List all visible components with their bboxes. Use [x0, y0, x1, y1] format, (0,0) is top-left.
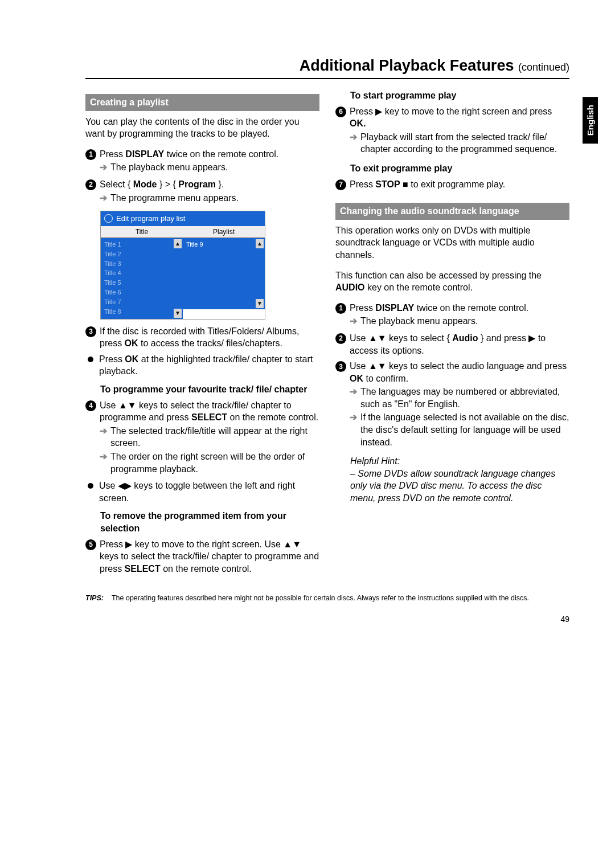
hint-head: Helpful Hint: [335, 455, 569, 468]
section-header-playlist: Creating a playlist [85, 94, 319, 111]
right-arrow-icon: ➔ [100, 425, 107, 449]
page-title: Additional Playback Features (continued) [85, 57, 569, 75]
subhead-programme-fav: To programme your favourite track/ file/… [85, 383, 319, 396]
rstep-1-body: Press DISPLAY twice on the remote contro… [350, 302, 569, 329]
scroll-up-icon: ▲ [256, 239, 264, 248]
right-arrow-icon: ➔ [350, 386, 357, 410]
step-badge-2b: 2 [335, 333, 346, 344]
step-badge-3b: 3 [335, 361, 346, 372]
scroll-up-icon: ▲ [174, 239, 182, 248]
page-title-main: Additional Playback Features [300, 57, 514, 74]
figure-col-title-head: Title [101, 226, 183, 238]
step-3-body: If the disc is recorded with Titles/Fold… [100, 325, 319, 350]
step-4-body: Use ▲▼ keys to select the track/file/ ch… [100, 399, 319, 477]
subhead-exit-programme: To exit programme play [335, 162, 569, 175]
step-badge-7: 7 [335, 179, 346, 190]
right-arrow-icon: ➔ [100, 192, 107, 204]
tips-body: The operating features described here mi… [112, 594, 529, 602]
step-badge-3: 3 [85, 326, 96, 337]
section-header-audio-lang: Changing the audio soundtrack language [335, 203, 569, 220]
disc-icon [104, 214, 113, 223]
audio-para-b: This function can also be accessed by pr… [335, 269, 569, 294]
figure-title-list: ▲ Title 1 Title 2 Title 3 Title 4 Title … [101, 238, 183, 319]
step-5-body: Press ▶ key to move to the right screen.… [100, 538, 319, 575]
step-badge-6: 6 [335, 107, 346, 117]
bullet-icon [88, 357, 93, 362]
right-arrow-icon: ➔ [350, 131, 357, 155]
page-number: 49 [85, 615, 569, 624]
step-7-body: Press STOP ■ to exit programme play. [350, 178, 569, 191]
rstep-2-body: Use ▲▼ keys to select { Audio } and pres… [350, 332, 569, 357]
step-2-body: Select { Mode } > { Program }. ➔The prog… [100, 178, 319, 205]
figure-col-playlist-head: Playlist [183, 226, 265, 238]
rstep-3-body: Use ▲▼ keys to select the audio language… [350, 360, 569, 449]
subhead-start-programme: To start programme play [335, 89, 569, 102]
right-arrow-icon: ➔ [100, 451, 107, 475]
bullet-b-body: Use ◀▶ keys to toggle between the left a… [99, 480, 319, 504]
edit-program-figure: Edit program play list Title ▲ Title 1 T… [100, 211, 265, 319]
step-badge-4: 4 [85, 400, 96, 411]
right-arrow-icon: ➔ [350, 315, 357, 327]
tips-label: TIPS: [85, 594, 104, 602]
language-tab: English [583, 97, 598, 144]
bullet-a-body: Press OK at the highlighted track/file/ … [99, 353, 319, 378]
step-badge-1b: 1 [335, 303, 346, 314]
audio-para-a: This operation works only on DVDs with m… [335, 224, 569, 261]
figure-title: Edit program play list [116, 214, 185, 224]
page-title-continued: (continued) [518, 62, 569, 73]
scroll-down-icon: ▼ [256, 299, 264, 308]
title-rule: Additional Playback Features (continued) [85, 57, 569, 79]
step-6-body: Press ▶ key to move to the right screen … [350, 105, 569, 157]
scroll-down-icon: ▼ [174, 309, 182, 318]
intro-text: You can play the contents of the disc in… [85, 116, 319, 140]
subhead-remove-item: To remove the programmed item from your … [85, 510, 319, 534]
right-column: To start programme play 6 Press ▶ key to… [335, 89, 569, 578]
right-arrow-icon: ➔ [350, 411, 357, 448]
left-column: Creating a playlist You can play the con… [85, 89, 319, 578]
step-badge-2: 2 [85, 179, 96, 190]
step-badge-1: 1 [85, 149, 96, 160]
figure-playlist-list: ▲ Title 9 ▼ [183, 238, 265, 309]
step-1-body: Press DISPLAY twice on the remote contro… [100, 148, 319, 175]
tips-footer: TIPS: The operating features described h… [85, 594, 569, 602]
bullet-icon [88, 483, 93, 489]
step-badge-5: 5 [85, 539, 96, 550]
hint-body: – Some DVDs allow soundtrack language ch… [335, 468, 569, 505]
right-arrow-icon: ➔ [100, 161, 107, 174]
